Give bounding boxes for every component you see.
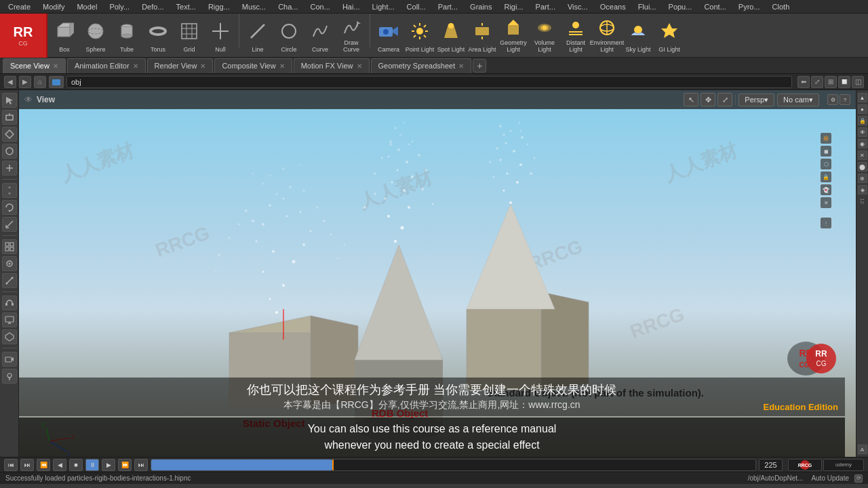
sidebar-btn-grid[interactable] bbox=[2, 239, 17, 254]
menu-part2[interactable]: Part... bbox=[530, 1, 561, 12]
forward-button[interactable]: ▶ bbox=[19, 76, 31, 88]
rs-btn-3[interactable]: 🔒 bbox=[858, 116, 867, 125]
playback-pause[interactable]: ⏸ bbox=[85, 459, 99, 471]
menu-rigg[interactable]: Rigg... bbox=[203, 1, 235, 12]
perspective-dropdown[interactable]: Persp▾ bbox=[738, 94, 774, 106]
rs-btn-9[interactable]: ◈ bbox=[858, 185, 867, 195]
timeline-scrubber[interactable] bbox=[151, 459, 756, 471]
tab-close-render-view[interactable]: ✕ bbox=[200, 62, 205, 70]
sidebar-btn-scale[interactable] bbox=[2, 217, 17, 232]
menu-con[interactable]: Con... bbox=[305, 1, 336, 12]
menu-musc[interactable]: Musc... bbox=[237, 1, 271, 12]
menu-oceans[interactable]: Oceans bbox=[595, 1, 631, 12]
frame-number[interactable]: 225 bbox=[759, 459, 783, 471]
draw-curve-tool[interactable]: Draw Curve bbox=[336, 16, 367, 55]
tab-close-animation-editor[interactable]: ✕ bbox=[133, 62, 138, 70]
sphere-tool[interactable]: Sphere bbox=[80, 16, 111, 55]
rs-btn-auto[interactable]: A bbox=[858, 445, 867, 454]
menu-visc[interactable]: Visc... bbox=[562, 1, 593, 12]
sidebar-btn-light[interactable] bbox=[2, 369, 17, 384]
menu-grains[interactable]: Grains bbox=[465, 1, 497, 12]
vp-icon-dots[interactable]: ⋮ bbox=[821, 218, 831, 228]
tube-tool[interactable]: Tube bbox=[111, 16, 142, 55]
menu-defo[interactable]: Defo... bbox=[136, 1, 169, 12]
grid-tool[interactable]: Grid bbox=[174, 16, 205, 55]
rs-btn-2[interactable]: ● bbox=[858, 104, 867, 114]
nav-icon-1[interactable]: ⬅ bbox=[797, 76, 810, 88]
box-tool[interactable]: Box bbox=[49, 16, 80, 55]
sidebar-btn-headphone[interactable] bbox=[2, 296, 17, 310]
move-icon[interactable]: ✥ bbox=[701, 93, 715, 106]
menu-hai[interactable]: Hai... bbox=[337, 1, 366, 12]
menu-popu[interactable]: Popu... bbox=[663, 1, 698, 12]
geometry-light-tool[interactable]: Geometry Light bbox=[498, 16, 529, 55]
environment-light-tool[interactable]: Environment Light bbox=[591, 16, 623, 55]
menu-modify[interactable]: Modify bbox=[37, 1, 70, 12]
tab-close-geometry-spreadsheet[interactable]: ✕ bbox=[458, 62, 464, 70]
rs-btn-1[interactable]: ▲ bbox=[858, 93, 867, 102]
frame-icon[interactable]: ⤢ bbox=[717, 93, 732, 106]
address-path[interactable]: obj bbox=[66, 76, 792, 88]
sidebar-btn-scene[interactable] bbox=[2, 329, 17, 344]
rs-btn-6[interactable]: ✕ bbox=[858, 150, 867, 160]
back-button[interactable]: ◀ bbox=[4, 76, 16, 88]
vp-icon-render[interactable]: 🔆 bbox=[821, 133, 831, 144]
tab-composite-view[interactable]: Composite View ✕ bbox=[214, 58, 292, 73]
sidebar-btn-cam[interactable] bbox=[2, 352, 17, 367]
sidebar-btn-rotate[interactable] bbox=[2, 200, 17, 215]
sidebar-btn-4[interactable] bbox=[2, 144, 17, 159]
tab-close-composite-view[interactable]: ✕ bbox=[279, 62, 285, 70]
playback-next-key[interactable]: ⏩ bbox=[118, 459, 132, 471]
camera-tool[interactable]: Camera bbox=[373, 16, 404, 55]
sidebar-btn-snap[interactable] bbox=[2, 256, 17, 271]
rs-btn-5[interactable]: ◉ bbox=[858, 139, 867, 148]
sidebar-btn-display[interactable] bbox=[2, 312, 17, 327]
home-button[interactable]: ⌂ bbox=[34, 76, 46, 88]
menu-pyro[interactable]: Pyro... bbox=[733, 1, 766, 12]
camera-dropdown[interactable]: No cam▾ bbox=[777, 94, 819, 106]
vp-icon-lock[interactable]: 🔒 bbox=[821, 171, 831, 182]
playback-skip-start[interactable]: ⏮ bbox=[4, 459, 18, 471]
vp-icon-ghost[interactable]: 👻 bbox=[821, 184, 831, 195]
tab-close-motion-fx-view[interactable]: ✕ bbox=[357, 62, 362, 70]
sidebar-btn-3[interactable] bbox=[2, 127, 17, 142]
sidebar-btn-measure[interactable] bbox=[2, 273, 17, 288]
nav-icon-2[interactable]: ⤢ bbox=[811, 76, 823, 88]
tab-close-scene-view[interactable]: ✕ bbox=[53, 62, 58, 70]
nav-icon-5[interactable]: ◫ bbox=[852, 76, 864, 88]
rs-btn-7[interactable]: ⬤ bbox=[858, 162, 867, 171]
sidebar-btn-2[interactable] bbox=[2, 110, 17, 125]
menu-rigi[interactable]: Rigi... bbox=[498, 1, 528, 12]
curve-tool[interactable]: Curve bbox=[304, 16, 336, 55]
select-icon[interactable]: ↖ bbox=[684, 93, 698, 106]
menu-cont[interactable]: Cont... bbox=[698, 1, 731, 12]
menu-coll[interactable]: Coll... bbox=[401, 1, 431, 12]
playback-play[interactable]: ▶ bbox=[102, 459, 115, 471]
menu-model[interactable]: Model bbox=[71, 1, 102, 12]
vp-icon-wire[interactable]: ⬡ bbox=[821, 159, 831, 169]
playback-stop[interactable]: ■ bbox=[69, 459, 83, 471]
menu-poly[interactable]: Poly... bbox=[104, 1, 135, 12]
menu-part[interactable]: Part... bbox=[433, 1, 463, 12]
sidebar-btn-5[interactable] bbox=[2, 161, 17, 176]
vp-icon-x[interactable]: ✕ bbox=[821, 197, 831, 208]
menu-cha[interactable]: Cha... bbox=[273, 1, 303, 12]
gi-light-tool[interactable]: GI Light bbox=[654, 16, 685, 55]
tab-motion-fx-view[interactable]: Motion FX View ✕ bbox=[294, 58, 370, 73]
auto-update-icon[interactable]: ⟳ bbox=[854, 474, 863, 483]
null-tool[interactable]: Null bbox=[205, 16, 236, 55]
menu-create[interactable]: Create bbox=[3, 1, 36, 12]
rs-btn-8[interactable]: ⊕ bbox=[858, 174, 867, 183]
playback-skip-end[interactable]: ⏭ bbox=[134, 459, 148, 471]
area-light-tool[interactable]: Area Light bbox=[467, 16, 498, 55]
sky-light-tool[interactable]: Sky Light bbox=[623, 16, 654, 55]
spot-light-tool[interactable]: Spot Light bbox=[435, 16, 467, 55]
line-tool[interactable]: Line bbox=[242, 16, 273, 55]
tab-geometry-spreadsheet[interactable]: Geometry Spreadsheet ✕ bbox=[371, 58, 472, 73]
tab-scene-view[interactable]: Scene View ✕ bbox=[3, 58, 66, 73]
new-tab-button[interactable]: + bbox=[473, 59, 486, 73]
menu-flui[interactable]: Flui... bbox=[633, 1, 662, 12]
distant-light-tool[interactable]: Distant Light bbox=[560, 16, 591, 55]
nav-icon-4[interactable]: 🔲 bbox=[838, 76, 850, 88]
vp-icon-shading[interactable]: ◼ bbox=[821, 146, 831, 157]
